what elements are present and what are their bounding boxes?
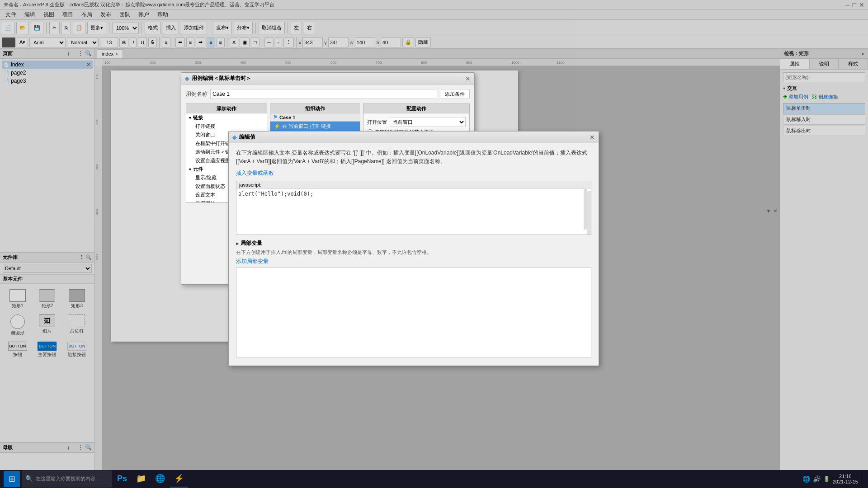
edit-value-content: 在下方编辑区输入文本,变量名称或表达式要写在 '[[' ']]' 中。例如：插入… [229,143,599,366]
case-editor-titlebar: ◈ 用例编辑＜鼠标单击时＞ ✕ [181,73,474,84]
edit-value-titlebar: ◈ 编辑值 ✕ [229,131,599,143]
organize-action-label: 组织动作 [305,105,325,112]
editor-scrollbar[interactable] [587,191,591,235]
add-action-header: 添加动作 [186,103,267,113]
config-open-position-select[interactable]: 当前窗口 新窗口 [390,117,466,127]
case-editor-icon: ◈ [185,75,189,82]
action-group-link-label: 链接 [193,114,203,121]
edit-value-description: 在下方编辑区输入文本,变量名称或表达式要写在 '[[' ']]' 中。例如：插入… [236,149,591,166]
insert-var-link[interactable]: 插入变量或函数 [236,169,591,177]
local-vars-title-label: 局部变量 [241,239,262,247]
case-name-row: 用例名称 添加条件 [186,89,470,99]
case-editor-title: 用例编辑＜鼠标单击时＞ [192,75,251,82]
editor-lang-label: javascript: [236,181,591,189]
edit-value-dialog: ◈ 编辑值 ✕ 在下方编辑区输入文本,变量名称或表达式要写在 '[[' ']]'… [228,131,599,366]
add-local-var-link[interactable]: 添加局部变量 [236,258,269,264]
expand-icon-link: ▾ [189,116,191,120]
local-vars-header: ▸ 局部变量 [236,239,591,247]
case-name-label: 用例名称 [186,90,208,98]
add-condition-btn[interactable]: 添加条件 [440,89,470,99]
case-name-input[interactable] [210,89,437,99]
code-editor[interactable]: alert("Hello");void(0); [236,189,587,230]
case-editor-title-left: ◈ 用例编辑＜鼠标单击时＞ [185,75,251,82]
config-open-position-label: 打开位置 [367,119,387,126]
local-vars-box [236,267,591,357]
edit-value-title-left: ◈ 编辑值 [232,133,255,141]
lightning-icon: ⚡ [274,123,280,129]
action-group-link[interactable]: ▾ 链接 [186,113,267,122]
local-vars-section: ▸ 局部变量 在下方创建用于插入.fnl的局部变量，局部变量名称必须是字母、数字… [236,239,591,357]
config-action-label: 配置动作 [406,105,426,112]
add-action-label: 添加动作 [217,105,236,112]
case-editor-close-btn[interactable]: ✕ [465,75,471,82]
edit-value-title: 编辑值 [239,133,255,141]
org-case-label: Case 1 [279,115,295,120]
edit-value-close-btn[interactable]: ✕ [590,134,595,141]
action-group-widget-label: 元件 [193,166,203,173]
org-selected-action[interactable]: ⚡ 在 当前窗口 打开 链接 [270,122,360,131]
organize-action-header: 组织动作 [270,103,360,113]
local-vars-collapse-icon: ▸ [236,240,239,247]
expand-icon-widget: ▾ [189,167,191,172]
action-open-link[interactable]: 打开链接 [186,122,267,131]
config-open-position-row: 打开位置 当前窗口 新窗口 [367,117,466,127]
config-action-header: 配置动作 [363,103,470,113]
edit-value-icon: ◈ [232,134,236,141]
edit-value-editor-container: javascript: alert("Hello");void(0); [236,181,591,235]
org-case-header: ⚑ Case 1 [270,113,360,122]
org-selected-action-label: 在 当前窗口 打开 链接 [282,123,331,130]
org-case-icon: ⚑ [273,114,278,120]
local-vars-desc: 在下方创建用于插入.fnl的局部变量，局部变量名称必须是字母、数字，不允许包含空… [236,249,591,256]
editor-lang-text: javascript: [239,182,262,188]
